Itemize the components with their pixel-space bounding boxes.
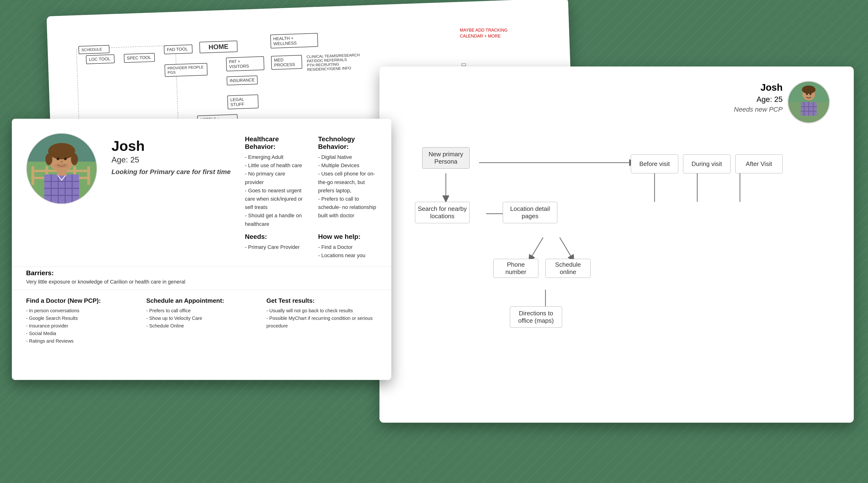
persona-age: Age: 25 xyxy=(112,155,231,164)
barriers-section: Barriers: Very little exposure or knowle… xyxy=(12,267,391,290)
wb-home-box: HOME xyxy=(199,40,238,53)
healthcare-behavior-title: Healthcare Behavior: xyxy=(245,135,304,150)
wb-health-wellness: HEALTH + WELLNESS xyxy=(270,33,318,49)
healthcare-behavior-list: Emerging Adult Little use of health care… xyxy=(245,153,304,228)
fc-location-detail: Location detail pages xyxy=(503,202,557,223)
svg-point-31 xyxy=(48,143,75,159)
wb-fad-tool: FAD TOOL xyxy=(164,45,193,54)
wb-right-grid xyxy=(462,61,542,64)
test-results-list: Usually will not go back to check result… xyxy=(266,307,377,330)
wb-schedule: SCHEDULE xyxy=(79,45,110,54)
wb-red-annotation-top: MAYBE ADD TRACKINGCALENDAR + MORE xyxy=(460,27,507,39)
persona-name: Josh xyxy=(112,138,231,154)
fc-new-persona: New primary Persona xyxy=(422,147,470,169)
barriers-text: Very little exposure or knowledge of Car… xyxy=(26,279,377,285)
technology-behavior-section: Technology Behavior: Digital Native Mult… xyxy=(318,135,377,228)
svg-line-15 xyxy=(560,237,574,261)
persona-behavior-grid: Healthcare Behavior: Emerging Adult Litt… xyxy=(245,133,377,260)
josh-name-text: Josh Age: 25 Needs new PCP xyxy=(734,81,783,114)
flowchart-svg xyxy=(379,66,854,423)
josh-persona-small: Josh Age: 25 Needs new PCP xyxy=(734,81,830,114)
persona-card: Josh Age: 25 Looking for Primary care fo… xyxy=(12,119,391,380)
fc-phone-number: Phone number xyxy=(493,259,538,278)
svg-rect-38 xyxy=(44,174,79,204)
persona-top-section: Josh Age: 25 Looking for Primary care fo… xyxy=(12,119,391,267)
wb-loc-tool: LOC TOOL xyxy=(86,54,115,64)
flowchart-card: Josh Age: 25 Needs new PCP xyxy=(379,66,854,423)
svg-point-33 xyxy=(71,153,78,165)
svg-point-35 xyxy=(64,158,67,160)
wb-spec-tool: SPEC TOOL xyxy=(124,53,155,63)
persona-avatar xyxy=(26,133,97,204)
josh-avatar-small xyxy=(787,81,830,123)
svg-point-3 xyxy=(802,85,815,93)
wb-med-process: MED PROCESS xyxy=(271,55,302,70)
needs-list: Primary Care Provider xyxy=(245,243,304,251)
barriers-title: Barriers: xyxy=(26,269,377,277)
persona-name-block: Josh Age: 25 Looking for Primary care fo… xyxy=(112,133,231,176)
wb-insurance: INSURANCE xyxy=(227,76,258,85)
find-doctor-title: Find a Doctor (New PCP): xyxy=(26,297,137,305)
svg-point-37 xyxy=(55,163,69,168)
svg-rect-23 xyxy=(32,166,34,185)
test-results-section: Get Test results: Usually will not go ba… xyxy=(266,297,377,345)
persona-tagline: Looking for Primary care for first time xyxy=(112,168,231,176)
healthcare-behavior-section: Healthcare Behavior: Emerging Adult Litt… xyxy=(245,135,304,228)
schedule-section: Schedule an Appointment: Prefers to call… xyxy=(146,297,257,345)
needs-title: Needs: xyxy=(245,233,304,240)
svg-point-36 xyxy=(60,161,63,163)
schedule-list: Prefers to call office Show up to Veloci… xyxy=(146,307,257,330)
wb-pat-visitors: PAT + VISITORS xyxy=(226,56,265,72)
how-we-help-list: Find a Doctor Locations near you xyxy=(318,243,377,260)
svg-rect-46 xyxy=(57,170,66,176)
svg-point-34 xyxy=(57,158,59,160)
fc-after-visit: After Visit xyxy=(735,154,783,173)
wb-legal-stuff: LEGAL STUFF xyxy=(227,94,258,110)
schedule-title: Schedule an Appointment: xyxy=(146,297,257,305)
svg-point-32 xyxy=(45,153,52,165)
how-we-help-title: How we help: xyxy=(318,233,377,240)
technology-behavior-list: Digital Native Multiple Devices Uses cel… xyxy=(318,153,377,220)
persona-bottom-section: Find a Doctor (New PCP): In person conve… xyxy=(12,290,391,352)
fc-directions: Directions to office (maps) xyxy=(510,306,562,328)
fc-before-visit: Before visit xyxy=(631,154,678,173)
svg-point-11 xyxy=(810,93,811,95)
svg-rect-27 xyxy=(87,166,90,185)
how-we-help-section: How we help: Find a Doctor Locations nea… xyxy=(318,233,377,260)
find-doctor-list: In person conversations Google Search Re… xyxy=(26,307,137,345)
test-results-title: Get Test results: xyxy=(266,297,377,305)
fc-search-nearby: Search for nearby locations xyxy=(415,202,470,223)
needs-section: Needs: Primary Care Provider xyxy=(245,233,304,260)
svg-point-10 xyxy=(806,93,808,95)
wb-provider-people: PROVIDER PEOPLE PGS xyxy=(164,63,208,77)
fc-schedule-online: Schedule online xyxy=(546,259,591,278)
technology-behavior-title: Technology Behavior: xyxy=(318,135,377,150)
svg-line-14 xyxy=(529,237,543,261)
fc-during-visit: During visit xyxy=(683,154,731,173)
find-doctor-section: Find a Doctor (New PCP): In person conve… xyxy=(26,297,137,345)
